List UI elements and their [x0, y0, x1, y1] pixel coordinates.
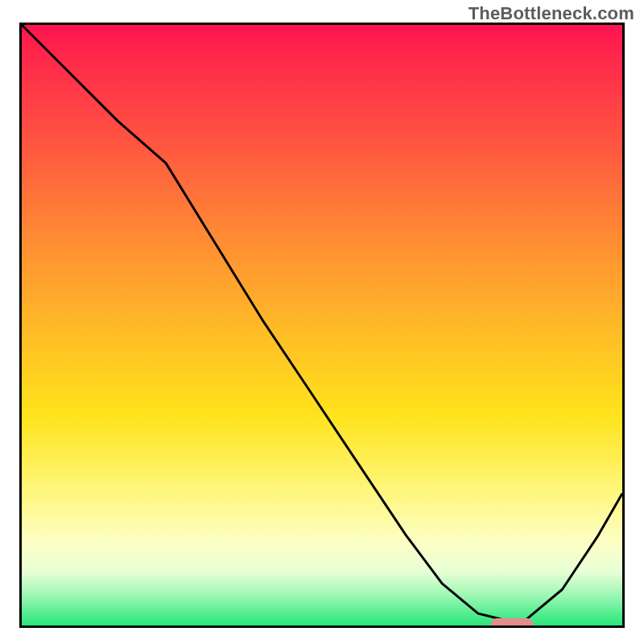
- plot-area: [19, 23, 625, 628]
- curve-path: [22, 25, 622, 620]
- watermark-text: TheBottleneck.com: [469, 3, 634, 24]
- data-curve: [22, 25, 622, 625]
- chart-frame: TheBottleneck.com: [0, 0, 644, 644]
- valley-marker: [491, 618, 534, 628]
